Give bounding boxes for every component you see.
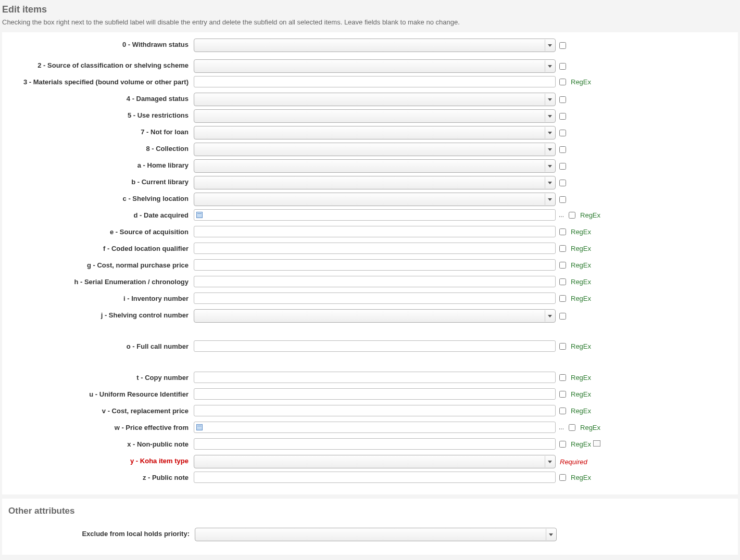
regex-link[interactable]: RegEx [571, 440, 591, 448]
disable-checkbox-inventory-number[interactable] [559, 295, 566, 302]
label-coded-location: f - Coded location qualifier [6, 243, 194, 252]
label-inventory-number: i - Inventory number [6, 292, 194, 302]
input-date-acquired[interactable] [194, 209, 556, 221]
disable-checkbox-full-call-number[interactable] [559, 343, 566, 350]
disable-checkbox-cost-purchase[interactable] [559, 262, 566, 269]
label-materials-specified: 3 - Materials specified (bound volume or… [6, 76, 194, 86]
input-inventory-number[interactable] [194, 292, 556, 304]
select-classification-source[interactable] [194, 59, 556, 73]
disable-checkbox-withdrawn-status[interactable] [559, 42, 566, 49]
label-classification-source: 2 - Source of classification or shelving… [6, 59, 194, 69]
select-collection[interactable] [194, 143, 556, 156]
disable-checkbox-serial-enumeration[interactable] [559, 278, 566, 285]
input-public-note[interactable] [194, 472, 556, 483]
input-copy-number[interactable] [194, 372, 556, 383]
input-coded-location[interactable] [194, 243, 556, 254]
select-damaged-status[interactable] [194, 93, 556, 106]
chevron-down-icon [545, 177, 554, 188]
date-picker-trigger[interactable]: ... [559, 211, 564, 219]
label-use-restrictions: 5 - Use restrictions [6, 109, 194, 119]
input-uri[interactable] [194, 388, 556, 400]
chevron-down-icon [545, 456, 554, 467]
select-exclude-local-holds[interactable] [195, 528, 557, 541]
input-cost-replacement[interactable] [194, 405, 556, 416]
label-damaged-status: 4 - Damaged status [6, 93, 194, 103]
chevron-down-icon [545, 60, 554, 72]
disable-checkbox-shelving-location[interactable] [559, 196, 566, 203]
input-cost-purchase[interactable] [194, 259, 556, 271]
label-shelving-location: c - Shelving location [6, 193, 194, 202]
disable-checkbox-use-restrictions[interactable] [559, 113, 566, 120]
select-shelving-location[interactable] [194, 193, 556, 206]
regex-link[interactable]: RegEx [571, 390, 591, 398]
disable-checkbox-uri[interactable] [559, 391, 566, 398]
disable-checkbox-home-library[interactable] [559, 163, 566, 170]
disable-checkbox-copy-number[interactable] [559, 374, 566, 381]
select-home-library[interactable] [194, 159, 556, 173]
select-withdrawn-status[interactable] [194, 39, 556, 52]
input-source-acquisition[interactable] [194, 226, 556, 237]
chevron-down-icon [545, 94, 554, 105]
regex-link[interactable]: RegEx [571, 407, 591, 415]
regex-link[interactable]: RegEx [580, 211, 600, 219]
label-not-for-loan: 7 - Not for loan [6, 126, 194, 136]
label-nonpublic-note: x - Non-public note [6, 438, 194, 448]
required-indicator: Required [560, 458, 587, 466]
edit-items-form: 0 - Withdrawn status 2 - Source of class… [2, 32, 738, 494]
regex-link[interactable]: RegEx [571, 245, 591, 252]
select-item-type[interactable] [194, 455, 556, 468]
disable-checkbox-classification-source[interactable] [559, 63, 566, 70]
label-public-note: z - Public note [6, 472, 194, 481]
regex-link[interactable]: RegEx [571, 78, 591, 86]
input-price-effective[interactable] [194, 422, 556, 433]
label-item-type: y - Koha item type [6, 455, 194, 465]
label-source-acquisition: e - Source of acquisition [6, 226, 194, 236]
regex-link[interactable]: RegEx [571, 261, 591, 269]
regex-link[interactable]: RegEx [571, 278, 591, 286]
input-serial-enumeration[interactable] [194, 276, 556, 287]
disable-checkbox-collection[interactable] [559, 146, 566, 153]
label-shelving-control: j - Shelving control number [6, 309, 194, 319]
disable-checkbox-coded-location[interactable] [559, 245, 566, 252]
page-title: Edit items [2, 4, 738, 15]
regex-link[interactable]: RegEx [571, 374, 591, 381]
date-picker-trigger[interactable]: ... [559, 424, 564, 431]
input-full-call-number[interactable] [194, 340, 556, 352]
select-shelving-control[interactable] [194, 309, 556, 323]
calendar-icon [196, 424, 203, 430]
chevron-down-icon [545, 40, 554, 51]
chevron-down-icon [545, 144, 554, 155]
label-price-effective: w - Price effective from [6, 422, 194, 431]
other-attributes-title: Other attributes [8, 506, 733, 516]
regex-link[interactable]: RegEx [571, 342, 591, 350]
disable-checkbox-date-acquired[interactable] [569, 212, 575, 219]
disable-checkbox-nonpublic-note[interactable] [559, 441, 566, 448]
clone-icon[interactable] [594, 441, 600, 447]
regex-link[interactable]: RegEx [571, 295, 591, 302]
regex-link[interactable]: RegEx [571, 474, 591, 481]
disable-checkbox-public-note[interactable] [559, 474, 566, 481]
label-cost-replacement: v - Cost, replacement price [6, 405, 194, 415]
chevron-down-icon [545, 160, 554, 172]
input-materials-specified[interactable] [194, 76, 556, 87]
regex-link[interactable]: RegEx [580, 424, 600, 431]
disable-checkbox-price-effective[interactable] [569, 424, 575, 431]
disable-checkbox-shelving-control[interactable] [559, 313, 566, 320]
other-attributes-section: Other attributes Exclude from local hold… [2, 499, 738, 555]
chevron-down-icon [545, 110, 554, 122]
chevron-down-icon [545, 310, 554, 322]
input-nonpublic-note[interactable] [194, 438, 556, 450]
select-use-restrictions[interactable] [194, 109, 556, 123]
regex-link[interactable]: RegEx [571, 228, 591, 236]
chevron-down-icon [545, 194, 554, 205]
disable-checkbox-cost-replacement[interactable] [559, 408, 566, 414]
label-current-library: b - Current library [6, 176, 194, 186]
select-current-library[interactable] [194, 176, 556, 189]
select-not-for-loan[interactable] [194, 126, 556, 139]
disable-checkbox-materials-specified[interactable] [559, 79, 566, 85]
disable-checkbox-damaged-status[interactable] [559, 96, 566, 103]
disable-checkbox-not-for-loan[interactable] [559, 130, 566, 136]
disable-checkbox-current-library[interactable] [559, 180, 566, 186]
calendar-icon [196, 212, 203, 218]
disable-checkbox-source-acquisition[interactable] [559, 228, 566, 235]
